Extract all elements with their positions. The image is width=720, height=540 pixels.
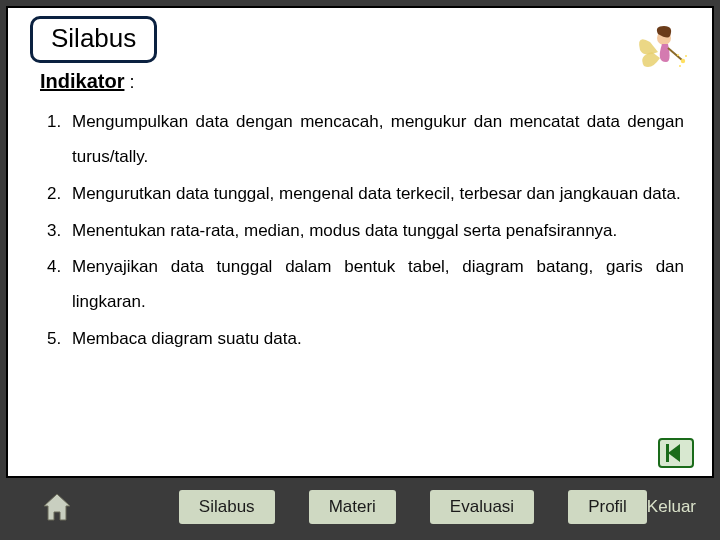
back-arrow-button[interactable] — [658, 438, 694, 468]
bottom-bar: Silabus Materi Evaluasi Profil Keluar — [6, 480, 714, 534]
slide-frame: Silabus Indikator : Mengumpulkan data de… — [6, 6, 714, 478]
section-label: Indikator — [40, 70, 124, 92]
svg-rect-7 — [666, 444, 669, 462]
list-item: Mengumpulkan data dengan mencacah, mengu… — [66, 105, 684, 175]
title-tab: Silabus — [30, 16, 157, 63]
title-text: Silabus — [51, 23, 136, 53]
content-area: Indikator : Mengumpulkan data dengan men… — [40, 70, 684, 466]
nav-materi[interactable]: Materi — [309, 490, 396, 524]
svg-point-4 — [685, 55, 687, 57]
nav-evaluasi[interactable]: Evaluasi — [430, 490, 534, 524]
list-item: Membaca diagram suatu data. — [66, 322, 684, 357]
nav-group: Silabus Materi Evaluasi Profil — [109, 490, 647, 524]
list-item: Menyajikan data tunggal dalam bentuk tab… — [66, 250, 684, 320]
svg-point-3 — [677, 54, 679, 56]
svg-point-5 — [679, 65, 681, 67]
list-item: Menentukan rata-rata, median, modus data… — [66, 214, 684, 249]
list-item: Mengurutkan data tunggal, mengenal data … — [66, 177, 684, 212]
indicator-list: Mengumpulkan data dengan mencacah, mengu… — [40, 105, 684, 357]
nav-profil[interactable]: Profil — [568, 490, 647, 524]
colon: : — [124, 72, 134, 92]
svg-point-2 — [681, 59, 685, 63]
home-button[interactable] — [6, 490, 109, 524]
nav-silabus[interactable]: Silabus — [179, 490, 275, 524]
svg-line-1 — [668, 48, 682, 60]
nav-keluar[interactable]: Keluar — [647, 497, 696, 517]
